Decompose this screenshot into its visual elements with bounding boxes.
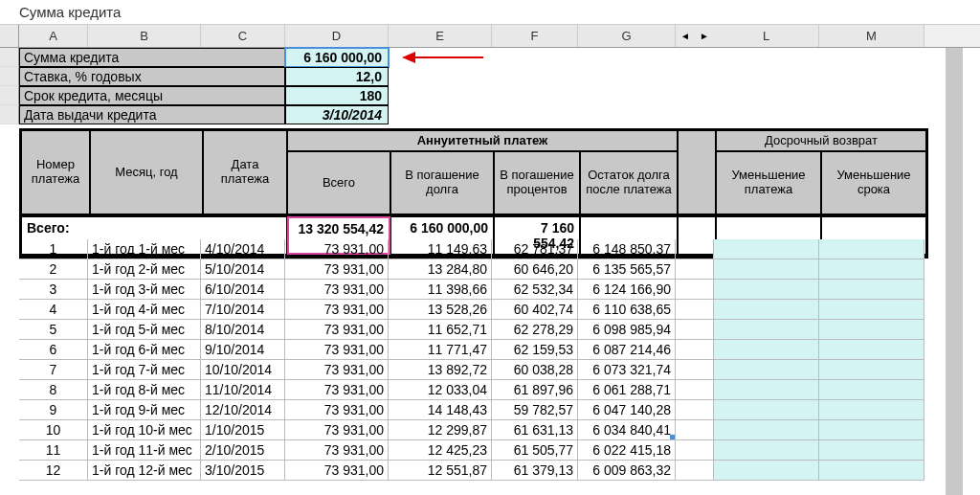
cell-debt[interactable]: 14 148,43: [389, 400, 492, 420]
cell-num[interactable]: 10: [19, 420, 88, 440]
col-header-F[interactable]: F: [492, 25, 578, 47]
cell-month[interactable]: 1-й год 12-й мес: [88, 461, 201, 481]
row-number[interactable]: [0, 48, 19, 67]
cell-num[interactable]: 1: [19, 239, 88, 259]
cell-date[interactable]: 1/10/2015: [201, 420, 285, 440]
cell-debt[interactable]: 12 299,87: [389, 420, 492, 440]
cell-total[interactable]: 73 931,00: [285, 239, 389, 259]
cell-debt[interactable]: 11 652,71: [389, 320, 492, 340]
cell-date[interactable]: 12/10/2014: [201, 400, 285, 420]
cell-debt[interactable]: 13 528,26: [389, 300, 492, 320]
param-value-term[interactable]: 180: [285, 86, 389, 105]
cell-total[interactable]: 73 931,00: [285, 320, 389, 340]
cell-date[interactable]: 3/10/2015: [201, 461, 285, 481]
col-header-B[interactable]: B: [88, 25, 201, 47]
param-label-date[interactable]: Дата выдачи кредита: [19, 105, 285, 124]
cell-month[interactable]: 1-й год 3-й мес: [88, 280, 201, 300]
cell-interest[interactable]: 60 038,28: [492, 360, 578, 380]
cell-interest[interactable]: 59 782,57: [492, 400, 578, 420]
cell-interest[interactable]: 62 781,37: [492, 239, 578, 259]
cell-decterm[interactable]: [819, 320, 924, 340]
cell-total[interactable]: 73 931,00: [285, 280, 389, 300]
cell-month[interactable]: 1-й год 1-й мес: [88, 239, 201, 259]
cell-remain[interactable]: 6 047 140,28: [578, 400, 676, 420]
param-value-date[interactable]: 3/10/2014: [285, 105, 389, 124]
cell-debt[interactable]: 13 892,72: [389, 360, 492, 380]
cell-interest[interactable]: 62 532,34: [492, 280, 578, 300]
cell-date[interactable]: 11/10/2014: [201, 380, 285, 400]
cell-date[interactable]: 5/10/2014: [201, 259, 285, 280]
cell-date[interactable]: 2/10/2015: [201, 440, 285, 461]
cell-total[interactable]: 73 931,00: [285, 340, 389, 360]
row-number[interactable]: [0, 67, 19, 86]
cell-num[interactable]: 11: [19, 440, 88, 461]
cell-num[interactable]: 9: [19, 400, 88, 420]
cell-remain[interactable]: 6 098 985,94: [578, 320, 676, 340]
cell-decpay[interactable]: [714, 300, 819, 320]
cell-date[interactable]: 4/10/2014: [201, 239, 285, 259]
cell-decpay[interactable]: [714, 420, 819, 440]
cell-remain[interactable]: 6 135 565,57: [578, 259, 676, 280]
row-number[interactable]: [0, 105, 19, 124]
cell-total[interactable]: 73 931,00: [285, 440, 389, 461]
param-value-rate[interactable]: 12,0: [285, 67, 389, 86]
cell-month[interactable]: 1-й год 10-й мес: [88, 420, 201, 440]
cell-num[interactable]: 3: [19, 280, 88, 300]
cell-date[interactable]: 7/10/2014: [201, 300, 285, 320]
cell-remain[interactable]: 6 073 321,74: [578, 360, 676, 380]
cell-interest[interactable]: 60 646,20: [492, 259, 578, 280]
col-header-A[interactable]: A: [19, 25, 88, 47]
cell-remain[interactable]: 6 124 166,90: [578, 280, 676, 300]
col-header-M[interactable]: M: [819, 25, 924, 47]
cell-month[interactable]: 1-й год 8-й мес: [88, 380, 201, 400]
cell-month[interactable]: 1-й год 2-й мес: [88, 259, 201, 280]
cell-month[interactable]: 1-й год 7-й мес: [88, 360, 201, 380]
cell-decpay[interactable]: [714, 380, 819, 400]
cell-decterm[interactable]: [819, 420, 924, 440]
cell-interest[interactable]: 62 159,53: [492, 340, 578, 360]
cell-num[interactable]: 8: [19, 380, 88, 400]
param-label-rate[interactable]: Ставка, % годовых: [19, 67, 285, 86]
cell-month[interactable]: 1-й год 5-й мес: [88, 320, 201, 340]
cell-decterm[interactable]: [819, 259, 924, 280]
cell-date[interactable]: 8/10/2014: [201, 320, 285, 340]
cell-total[interactable]: 73 931,00: [285, 461, 389, 481]
cell-num[interactable]: 5: [19, 320, 88, 340]
cell-interest[interactable]: 62 278,29: [492, 320, 578, 340]
cell-date[interactable]: 10/10/2014: [201, 360, 285, 380]
cell-decterm[interactable]: [819, 380, 924, 400]
cell-decterm[interactable]: [819, 461, 924, 481]
row-number[interactable]: [0, 86, 19, 105]
select-all-corner[interactable]: [0, 25, 19, 47]
cell-remain[interactable]: 6 009 863,32: [578, 461, 676, 481]
cell-debt[interactable]: 11 149,63: [389, 239, 492, 259]
cell-num[interactable]: 2: [19, 259, 88, 280]
cell-debt[interactable]: 12 551,87: [389, 461, 492, 481]
col-header-C[interactable]: C: [201, 25, 285, 47]
cell-decpay[interactable]: [714, 340, 819, 360]
cell-decpay[interactable]: [714, 280, 819, 300]
cell-num[interactable]: 7: [19, 360, 88, 380]
cell-total[interactable]: 73 931,00: [285, 400, 389, 420]
cell-decpay[interactable]: [714, 259, 819, 280]
formula-bar[interactable]: Сумма кредита: [0, 0, 980, 25]
cell-decterm[interactable]: [819, 400, 924, 420]
cell-total[interactable]: 73 931,00: [285, 420, 389, 440]
cell-decterm[interactable]: [819, 440, 924, 461]
cell-decpay[interactable]: [714, 440, 819, 461]
cell-decpay[interactable]: [714, 239, 819, 259]
cell-remain[interactable]: 6 034 840,41: [578, 420, 676, 440]
cell-debt[interactable]: 11 771,47: [389, 340, 492, 360]
cell-decpay[interactable]: [714, 461, 819, 481]
cell-num[interactable]: 12: [19, 461, 88, 481]
cell-total[interactable]: 73 931,00: [285, 259, 389, 280]
cell-date[interactable]: 6/10/2014: [201, 280, 285, 300]
spreadsheet-grid[interactable]: Сумма кредита 6 160 000,00 Ставка, % год…: [0, 48, 980, 495]
cell-interest[interactable]: 61 505,77: [492, 440, 578, 461]
cell-debt[interactable]: 13 284,80: [389, 259, 492, 280]
cell-remain[interactable]: 6 061 288,71: [578, 380, 676, 400]
cell-month[interactable]: 1-й год 4-й мес: [88, 300, 201, 320]
cell-num[interactable]: 6: [19, 340, 88, 360]
cell-decpay[interactable]: [714, 400, 819, 420]
hidden-columns-gap[interactable]: ◄ ►: [676, 25, 714, 47]
